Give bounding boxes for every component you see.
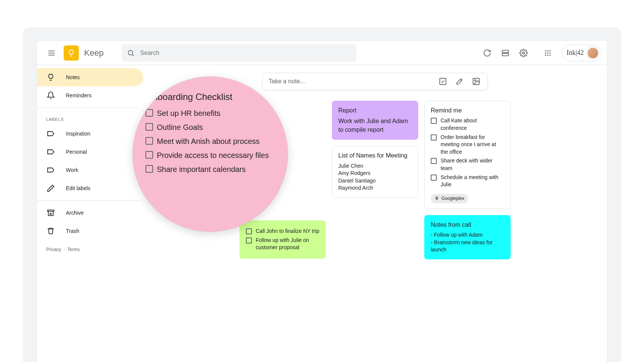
- sidebar-edit-labels[interactable]: Edit labels: [37, 179, 143, 197]
- svg-point-11: [545, 52, 546, 53]
- avatar: [587, 47, 599, 59]
- checkbox-icon[interactable]: [145, 165, 153, 173]
- list-item: Raymond Arch: [338, 184, 412, 192]
- sidebar-item-label: Notes: [66, 74, 80, 80]
- brush-icon: [455, 77, 464, 86]
- settings-button[interactable]: [515, 45, 532, 61]
- sidebar-item-notes[interactable]: Notes: [37, 68, 143, 86]
- new-drawing-button[interactable]: [451, 73, 468, 90]
- body: Notes Reminders LABELS Inspiration Perso…: [37, 65, 607, 362]
- lightbulb-icon: [67, 49, 75, 57]
- svg-point-8: [545, 50, 546, 51]
- bell-icon: [46, 91, 55, 100]
- checklist-item[interactable]: Set up HR benefits: [145, 108, 275, 119]
- new-list-button[interactable]: [435, 73, 451, 90]
- header: Keep Ink|4: [37, 41, 607, 65]
- apps-button[interactable]: [539, 45, 556, 61]
- svg-point-14: [545, 55, 546, 56]
- apps-grid-icon: [544, 49, 552, 57]
- svg-point-12: [547, 52, 549, 53]
- list-view-button[interactable]: [497, 45, 514, 61]
- note-title: Onboarding Checklist: [145, 92, 275, 102]
- note-body: Work with Julie and Adam to compile repo…: [338, 117, 412, 134]
- app-title: Keep: [84, 48, 103, 58]
- checklist-item[interactable]: Share deck with wider team: [431, 157, 504, 172]
- app-window: Keep Ink|4: [37, 41, 607, 362]
- note-line: - Brainstorm new ideas for launch: [431, 239, 504, 254]
- checklist-item[interactable]: Order breakfast for meeting once I arriv…: [431, 134, 504, 156]
- note-card-names[interactable]: List of Names for Meeting Julie Chen Amy…: [332, 146, 418, 198]
- sidebar-label-inspiration[interactable]: Inspiration: [37, 125, 143, 143]
- search-bar[interactable]: [122, 44, 356, 62]
- label-icon: [46, 148, 55, 156]
- location-chip[interactable]: Googleplex: [431, 194, 468, 203]
- note-card-remind[interactable]: Remind me Call Kate about conference Ord…: [424, 101, 511, 209]
- checklist-item[interactable]: Outline Goals: [145, 122, 275, 133]
- account-brand: Ink|42: [566, 49, 584, 57]
- checkbox-icon[interactable]: [431, 134, 437, 140]
- device-frame: Keep Ink|4: [23, 27, 621, 362]
- svg-point-13: [550, 52, 551, 53]
- new-image-button[interactable]: [468, 73, 485, 90]
- archive-icon: [46, 209, 55, 217]
- sidebar-item-label: Reminders: [66, 92, 92, 98]
- checklist-item[interactable]: Provide access to necessary files: [145, 150, 275, 161]
- menu-icon: [47, 49, 56, 57]
- checkbox-icon[interactable]: [145, 151, 153, 159]
- checkbox-icon[interactable]: [145, 109, 153, 117]
- checklist-item[interactable]: Call John to finalize NY trip: [246, 228, 319, 235]
- lightbulb-icon: [46, 73, 55, 81]
- sidebar-item-label: Inspiration: [66, 131, 91, 137]
- gear-icon: [519, 49, 528, 57]
- header-actions: Ink|42: [479, 45, 602, 61]
- note-title: Notes from call: [431, 221, 504, 229]
- labels-header: LABELS: [37, 111, 143, 125]
- search-input[interactable]: [140, 50, 351, 56]
- checkbox-icon[interactable]: [431, 175, 437, 181]
- checklist-item[interactable]: Schedule a meeting with Julie: [431, 174, 504, 189]
- svg-point-10: [550, 50, 551, 51]
- account-chip[interactable]: Ink|42: [561, 45, 602, 61]
- list-view-icon: [501, 49, 510, 57]
- svg-point-16: [550, 55, 551, 56]
- checkbox-icon[interactable]: [431, 118, 437, 124]
- search-icon: [127, 49, 135, 57]
- note-title: List of Names for Meeting: [338, 151, 412, 160]
- note-title: Report: [338, 106, 412, 115]
- sidebar-item-label: Edit labels: [66, 185, 91, 191]
- note-card-call[interactable]: Notes from call - Follow up with Adam - …: [424, 215, 511, 259]
- svg-rect-17: [48, 210, 54, 212]
- note-card-report[interactable]: Report Work with Julie and Adam to compi…: [332, 101, 418, 140]
- sidebar-label-personal[interactable]: Personal: [37, 143, 143, 161]
- sidebar-item-archive[interactable]: Archive: [37, 204, 143, 222]
- sidebar-label-work[interactable]: Work: [37, 161, 143, 179]
- checkbox-icon[interactable]: [246, 237, 252, 243]
- list-item: Daniel Santiago: [338, 177, 412, 185]
- menu-button[interactable]: [42, 44, 61, 62]
- note-card-green[interactable]: Call John to finalize NY trip Follow up …: [239, 220, 326, 259]
- sidebar-item-label: Trash: [66, 228, 79, 234]
- refresh-button[interactable]: [479, 45, 496, 61]
- sidebar-item-reminders[interactable]: Reminders: [37, 86, 143, 105]
- checkbox-icon: [439, 77, 447, 86]
- checklist-item[interactable]: Call Kate about conference: [431, 117, 504, 132]
- checkbox-icon[interactable]: [246, 228, 252, 234]
- list-item: Amy Rodgers: [338, 170, 412, 177]
- label-icon: [46, 130, 55, 138]
- magnified-note-overlay: Onboarding Checklist Set up HR benefits …: [133, 76, 288, 232]
- new-note-bar[interactable]: Take a note...: [262, 73, 488, 90]
- checklist-item[interactable]: Follow up with Julie on customer proposa…: [246, 237, 319, 251]
- privacy-link[interactable]: Privacy: [46, 247, 61, 252]
- note-title: Remind me: [431, 106, 504, 115]
- svg-point-20: [474, 80, 476, 81]
- svg-point-3: [128, 50, 133, 55]
- checkbox-icon[interactable]: [145, 137, 153, 145]
- checkbox-icon[interactable]: [145, 123, 153, 131]
- checkbox-icon[interactable]: [431, 158, 437, 164]
- terms-link[interactable]: Terms: [67, 247, 80, 252]
- sidebar-item-trash[interactable]: Trash: [37, 222, 143, 240]
- svg-rect-6: [502, 53, 509, 55]
- checklist-item[interactable]: Share important calendars: [145, 164, 275, 175]
- checklist-item[interactable]: Meet with Anish about process: [145, 136, 275, 147]
- refresh-icon: [483, 49, 491, 57]
